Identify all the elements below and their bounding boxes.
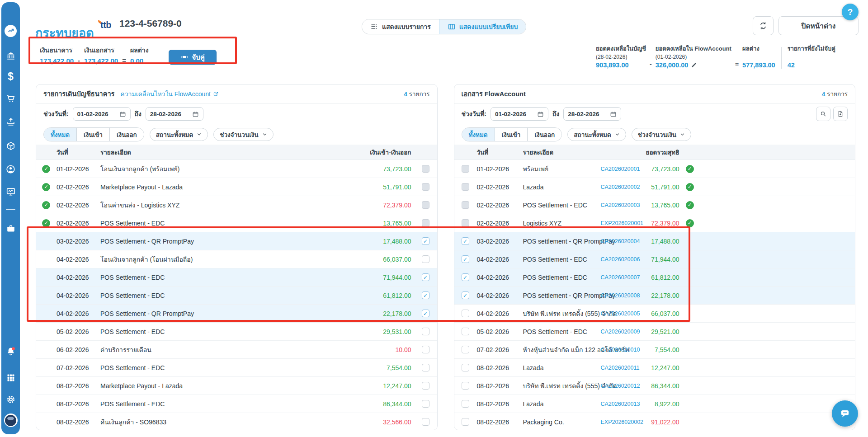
document-number-link[interactable]: CA2026020008	[601, 292, 642, 299]
flowaccount-logo-icon[interactable]	[1, 24, 20, 37]
flowaccount-movement-link[interactable]: ความเคลื่อนไหวใน FlowAccount	[120, 89, 219, 99]
document-row[interactable]: 01-02-2026 พร้อมเพย์ CA2026020001 73,723…	[454, 160, 855, 178]
row-checkbox[interactable]	[462, 273, 469, 281]
document-row[interactable]: 03-02-2026 POS settlement - QR PromptPay…	[454, 232, 855, 250]
refresh-button[interactable]	[753, 16, 774, 35]
view-compare-button[interactable]: แสดงแบบเปรียบเทียบ	[439, 19, 526, 34]
document-number-link[interactable]: CA2026020001	[601, 166, 642, 172]
dashboard-icon[interactable]	[1, 185, 20, 198]
row-checkbox[interactable]	[422, 364, 429, 371]
document-row[interactable]: 02-02-2026 POS Settlement - EDC CA202602…	[454, 196, 855, 214]
money-icon[interactable]: $	[1, 70, 20, 83]
bank-transaction-row[interactable]: ✓ 08-02-2026 POS Settlement - EDC 86,344…	[36, 395, 437, 413]
bank-icon[interactable]	[1, 50, 20, 62]
app-launcher-grid-icon[interactable]	[1, 371, 20, 384]
document-number-link[interactable]: CA2026020006	[601, 256, 642, 263]
bank-transaction-row[interactable]: ✓ 04-02-2026 POS Settlement - EDC 71,944…	[36, 268, 437, 287]
search-button[interactable]	[816, 107, 830, 121]
document-row[interactable]: 02-02-2026 Lazada CA2026020002 51,791.00…	[454, 178, 855, 196]
document-row[interactable]: 08-02-2026 Packaging Co. EXP2026020002 9…	[454, 413, 855, 430]
document-number-link[interactable]: EXP2026020002	[601, 419, 642, 425]
bank-transaction-row[interactable]: ✓ 04-02-2026 POS Settlement - EDC 61,812…	[36, 287, 437, 305]
document-number-link[interactable]: EXP2026020001	[601, 220, 642, 226]
document-row[interactable]: 02-02-2026 Logistics XYZ EXP2026020001 7…	[454, 214, 855, 232]
doc-filter-all[interactable]: ทั้งหมด	[462, 128, 495, 141]
chat-support-button[interactable]	[832, 400, 858, 427]
row-checkbox[interactable]	[422, 201, 429, 209]
bank-transaction-row[interactable]: ✓ 08-02-2026 Marketplace Payout - Lazada…	[36, 377, 437, 395]
document-row[interactable]: 08-02-2026 Lazada CA2026020013 8,922.00 …	[454, 395, 855, 413]
bank-filter-in[interactable]: เงินเข้า	[76, 128, 109, 141]
row-checkbox[interactable]	[462, 382, 469, 390]
bank-status-dropdown[interactable]: สถานะทั้งหมด	[150, 128, 208, 141]
bank-transaction-row[interactable]: ✓ 02-02-2026 Marketplace Payout - Lazada…	[36, 178, 437, 196]
bank-transaction-row[interactable]: ✓ 08-02-2026 คืนเงินลูกค้า - SO96833 32,…	[36, 413, 437, 430]
document-number-link[interactable]: CA2026020003	[601, 202, 642, 208]
view-list-button[interactable]: แสดงแบบรายการ	[362, 19, 439, 34]
row-checkbox[interactable]	[462, 291, 469, 299]
row-checkbox[interactable]	[422, 346, 429, 353]
document-row[interactable]: 08-02-2026 Lazada CA2026020011 12,247.00…	[454, 359, 855, 377]
document-number-link[interactable]: CA2026020004	[601, 238, 642, 244]
contacts-icon[interactable]	[1, 163, 20, 175]
document-row[interactable]: 04-02-2026 POS Settlement - EDC CA202602…	[454, 250, 855, 268]
bank-filter-out[interactable]: เงินออก	[109, 128, 144, 141]
bank-transaction-row[interactable]: ✓ 04-02-2026 โอนเงินจากลูกค้า (โอนผ่านมื…	[36, 250, 437, 268]
row-checkbox[interactable]	[462, 201, 469, 209]
document-number-link[interactable]: CA2026020005	[601, 310, 642, 317]
bank-filter-all[interactable]: ทั้งหมด	[44, 128, 76, 141]
bank-transaction-row[interactable]: ✓ 04-02-2026 POS Settlement - QR PromptP…	[36, 305, 437, 323]
row-checkbox[interactable]	[422, 400, 429, 408]
row-checkbox[interactable]	[462, 183, 469, 191]
row-checkbox[interactable]	[462, 400, 469, 408]
document-row[interactable]: 07-02-2026 ห้างหุ้นส่วนจำกัด แม็ก 122 ออ…	[454, 341, 855, 359]
document-row[interactable]: 04-02-2026 POS Settlement - EDC CA202602…	[454, 268, 855, 287]
bank-import-icon[interactable]	[1, 115, 20, 128]
bank-transaction-row[interactable]: ✓ 05-02-2026 POS Settlement - EDC 29,531…	[36, 323, 437, 341]
export-file-button[interactable]	[833, 107, 848, 121]
row-checkbox[interactable]	[422, 310, 429, 317]
row-checkbox[interactable]	[422, 219, 429, 227]
document-number-link[interactable]: CA2026020012	[601, 383, 642, 389]
document-number-link[interactable]: CA2026020007	[601, 274, 642, 281]
document-number-link[interactable]: CA2026020011	[601, 365, 642, 371]
row-checkbox[interactable]	[462, 328, 469, 335]
bank-amount-range-dropdown[interactable]: ช่วงจำนวนเงิน	[213, 128, 273, 141]
document-row[interactable]: 04-02-2026 บริษัท พี.เฟรท เทรดดิ้ง (555)…	[454, 305, 855, 323]
doc-date-to-input[interactable]: 28-02-2026	[563, 107, 621, 121]
doc-amount-range-dropdown[interactable]: ช่วงจำนวนเงิน	[632, 128, 691, 141]
document-number-link[interactable]: CA2026020010	[601, 347, 642, 353]
document-number-link[interactable]: CA2026020002	[601, 184, 642, 190]
row-checkbox[interactable]	[462, 310, 469, 317]
row-checkbox[interactable]	[422, 382, 429, 390]
bank-date-from-input[interactable]: 01-02-2026	[73, 107, 131, 121]
doc-status-dropdown[interactable]: สถานะทั้งหมด	[567, 128, 626, 141]
products-icon[interactable]	[1, 140, 20, 152]
row-checkbox[interactable]	[462, 219, 469, 227]
row-checkbox[interactable]	[462, 255, 469, 263]
row-checkbox[interactable]	[422, 328, 429, 335]
row-checkbox[interactable]	[462, 418, 469, 426]
row-checkbox[interactable]	[422, 273, 429, 281]
row-checkbox[interactable]	[462, 237, 469, 245]
business-icon[interactable]	[1, 222, 20, 235]
bank-transaction-row[interactable]: ✓ 03-02-2026 POS Settlement - QR PromptP…	[36, 232, 437, 250]
document-number-link[interactable]: CA2026020009	[601, 329, 642, 335]
sales-cart-icon[interactable]	[1, 92, 20, 105]
document-number-link[interactable]: CA2026020013	[601, 401, 642, 407]
row-checkbox[interactable]	[422, 418, 429, 426]
doc-filter-out[interactable]: เงินออก	[527, 128, 561, 141]
row-checkbox[interactable]	[422, 237, 429, 245]
doc-date-from-input[interactable]: 01-02-2026	[491, 107, 548, 121]
settings-gear-icon[interactable]	[1, 393, 20, 406]
document-row[interactable]: 04-02-2026 POS settlement - QR PromptPay…	[454, 287, 855, 305]
row-checkbox[interactable]	[462, 346, 469, 353]
bank-transaction-row[interactable]: ✓ 06-02-2026 ค่าบริการรายเดือน 10.00	[36, 341, 437, 359]
bank-transaction-row[interactable]: ✓ 01-02-2026 โอนเงินจากลูกค้า (พร้อมเพย์…	[36, 160, 437, 178]
document-row[interactable]: 08-02-2026 บริษัท พี.เฟรท เทรดดิ้ง (555)…	[454, 377, 855, 395]
row-checkbox[interactable]	[462, 165, 469, 173]
row-checkbox[interactable]	[422, 183, 429, 191]
document-row[interactable]: 05-02-2026 POS Settlement - EDC CA202602…	[454, 323, 855, 341]
row-checkbox[interactable]	[462, 364, 469, 371]
row-checkbox[interactable]	[422, 165, 429, 173]
